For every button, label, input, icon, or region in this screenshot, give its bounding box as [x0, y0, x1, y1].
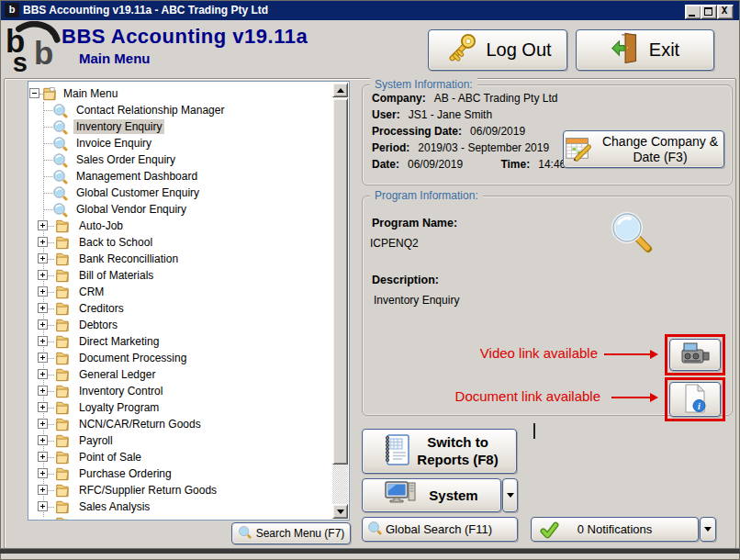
- expand-icon[interactable]: [38, 336, 48, 346]
- expand-icon[interactable]: [38, 319, 48, 330]
- folder-icon: [54, 400, 70, 415]
- time-label: Time:: [500, 158, 530, 171]
- search-icon: [52, 103, 68, 118]
- calendar-pencil-icon: [564, 134, 591, 165]
- expand-icon[interactable]: [38, 270, 48, 280]
- tree-scrollbar[interactable]: [332, 83, 348, 519]
- expand-icon[interactable]: [38, 237, 48, 247]
- tree-item[interactable]: Bill of Materials: [28, 267, 332, 284]
- program-name-value: ICPENQ2: [370, 237, 419, 252]
- tree-item[interactable]: Bank Reconcilliation: [28, 251, 332, 267]
- tree-root-main-menu[interactable]: Main Menu: [28, 85, 332, 102]
- report-notebook-icon: [380, 432, 411, 470]
- expand-icon[interactable]: [38, 253, 48, 263]
- tree-item[interactable]: Contact Relationship Manager: [28, 102, 332, 118]
- tree-item[interactable]: CRM: [28, 284, 332, 300]
- expand-icon[interactable]: [38, 468, 48, 478]
- tree-item-label: Inventory Control: [76, 384, 165, 398]
- scroll-down-button[interactable]: [332, 504, 348, 519]
- tree-item-label: General Ledger: [76, 367, 158, 382]
- global-search-button[interactable]: Global Search (F11): [362, 517, 518, 542]
- expand-icon[interactable]: [38, 402, 48, 412]
- tree-item[interactable]: Global Customer Enquiry: [28, 185, 332, 201]
- expand-icon[interactable]: [38, 452, 48, 462]
- search-icon: [52, 185, 68, 200]
- tree-item[interactable]: Invoice Enquiry: [28, 135, 332, 151]
- tree-item[interactable]: Creditors: [28, 300, 332, 317]
- program-information-title: Program Information:: [370, 189, 483, 202]
- tree-item[interactable]: Inventory Enquiry: [28, 118, 332, 135]
- change-company-date-button[interactable]: Change Company & Date (F3): [563, 130, 724, 168]
- tree-item[interactable]: Sales Analysis: [28, 498, 332, 515]
- expand-icon[interactable]: [38, 419, 48, 429]
- page-title: BBS Accounting v19.11a: [62, 25, 308, 49]
- minimize-icon: [689, 15, 695, 17]
- global-search-label: Global Search (F11): [386, 522, 492, 536]
- open-folder-icon: [41, 86, 57, 101]
- tree-item[interactable]: Direct Marketing: [28, 333, 332, 350]
- expand-icon[interactable]: [38, 286, 48, 297]
- tree-item-label: Loyalty Program: [76, 400, 162, 415]
- tree-item[interactable]: RFC/Supplier Return Goods: [28, 482, 332, 498]
- tree-item[interactable]: NCN/CAR/Return Goods: [28, 416, 332, 432]
- document-info-icon: i: [684, 384, 706, 416]
- tree-item[interactable]: Back to School: [28, 234, 332, 251]
- notifications-button[interactable]: 0 Notifications: [531, 517, 699, 542]
- search-icon: [52, 169, 68, 184]
- window-titlebar: b BBS Accounting v19.11a - ABC Trading P…: [1, 1, 739, 20]
- tree-item[interactable]: General Ledger: [28, 366, 332, 383]
- tree-item[interactable]: Global Vendor Enquiry: [28, 201, 332, 218]
- tree-item[interactable]: Sales Order Enquiry: [28, 151, 332, 168]
- search-menu-button[interactable]: Search Menu (F7): [231, 522, 351, 544]
- scroll-up-button[interactable]: [332, 83, 348, 97]
- log-out-button[interactable]: Log Out: [428, 29, 567, 71]
- document-link-button[interactable]: i: [669, 382, 721, 417]
- system-dropdown-button[interactable]: [502, 478, 518, 512]
- expand-icon[interactable]: [38, 435, 48, 445]
- video-link-highlight-box: [665, 334, 725, 375]
- tree-item[interactable]: Document Processing: [28, 350, 332, 366]
- tree-item[interactable]: Loyalty Program: [28, 399, 332, 416]
- tree-item[interactable]: Point of Sale: [28, 449, 332, 465]
- tree-item[interactable]: Payroll: [28, 432, 332, 449]
- video-link-button[interactable]: [669, 339, 721, 371]
- date-label: Date:: [372, 158, 399, 171]
- exit-button[interactable]: Exit: [576, 29, 714, 71]
- expand-icon[interactable]: [38, 369, 48, 379]
- magnifier-icon[interactable]: [609, 209, 653, 257]
- system-button[interactable]: System: [362, 478, 501, 512]
- folder-icon: [54, 417, 70, 431]
- expand-icon[interactable]: [38, 303, 48, 313]
- tree-item[interactable]: Inventory Control: [28, 383, 332, 399]
- period-value: 2019/03 - September 2019: [418, 141, 549, 154]
- company-label: Company:: [372, 92, 426, 105]
- tree-item[interactable]: Auto-Job: [28, 218, 332, 234]
- menu-tree[interactable]: Main Menu Contact Relationship Manager: [28, 81, 350, 521]
- minimize-button[interactable]: [685, 5, 701, 19]
- field-date-time: Date:06/09/2019 Time:14:46: [372, 158, 566, 173]
- search-icon: [52, 202, 68, 217]
- scrollbar-thumb[interactable]: [332, 98, 348, 465]
- switch-to-reports-button[interactable]: Switch to Reports (F8): [362, 429, 517, 474]
- expand-icon[interactable]: [38, 220, 48, 230]
- computer-icon: [385, 480, 416, 510]
- close-button[interactable]: X: [717, 5, 734, 19]
- search-icon: [238, 525, 252, 542]
- expand-icon[interactable]: [38, 386, 48, 396]
- notifications-dropdown-button[interactable]: [700, 517, 716, 542]
- tree-item[interactable]: [28, 515, 332, 521]
- expand-icon[interactable]: [38, 353, 48, 363]
- tree-item[interactable]: Management Dashboard: [28, 168, 332, 185]
- tree-item-label: Purchase Ordering: [76, 466, 174, 481]
- collapse-icon[interactable]: [29, 88, 39, 98]
- expand-icon[interactable]: [38, 501, 48, 511]
- tree-item-label: Debtors: [76, 318, 120, 332]
- maximize-icon: [704, 7, 712, 16]
- video-camera-icon: [678, 342, 712, 369]
- search-icon: [52, 152, 68, 167]
- tree-root-label: Main Menu: [61, 86, 120, 101]
- maximize-button[interactable]: [701, 5, 717, 19]
- expand-icon[interactable]: [38, 485, 48, 495]
- tree-item[interactable]: Debtors: [28, 317, 332, 333]
- tree-item[interactable]: Purchase Ordering: [28, 465, 332, 482]
